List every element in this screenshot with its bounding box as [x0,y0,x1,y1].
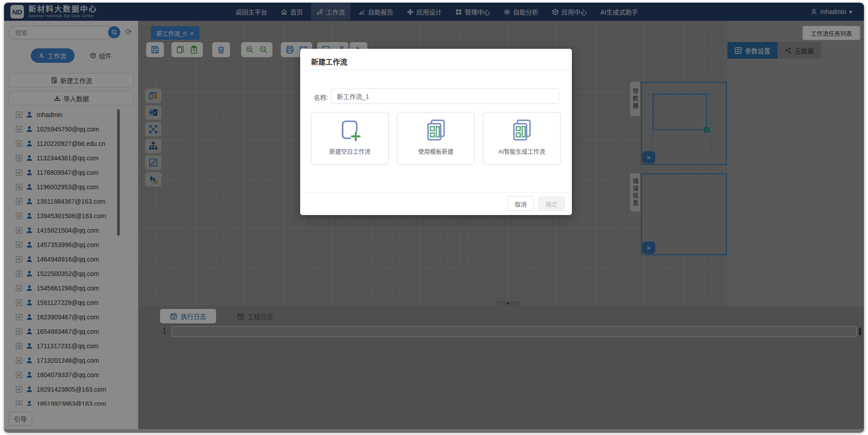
dialog-title: 新建工作流 [311,56,347,67]
new-workflow-dialog: 新建工作流 名称: 新建空白工作流 使用模板新建 [300,49,572,215]
blank-workflow-icon [337,118,363,143]
workflow-name-input[interactable] [331,89,559,104]
confirm-button[interactable]: 确定 [538,196,565,211]
ai-generate-icon [509,118,534,143]
option-template-workflow[interactable]: 使用模板新建 [397,112,475,165]
app-window: ND 新材料大数据中心 National materials Big Data … [4,2,864,433]
name-label: 名称: [314,93,328,102]
dialog-footer-divider [300,192,572,193]
dialog-header-divider [300,70,572,70]
option-ai-workflow[interactable]: AI智能生成工作流 [483,112,561,165]
template-icon [423,118,448,143]
option-blank-workflow[interactable]: 新建空白工作流 [311,112,389,165]
cancel-button[interactable]: 取消 [508,196,534,211]
